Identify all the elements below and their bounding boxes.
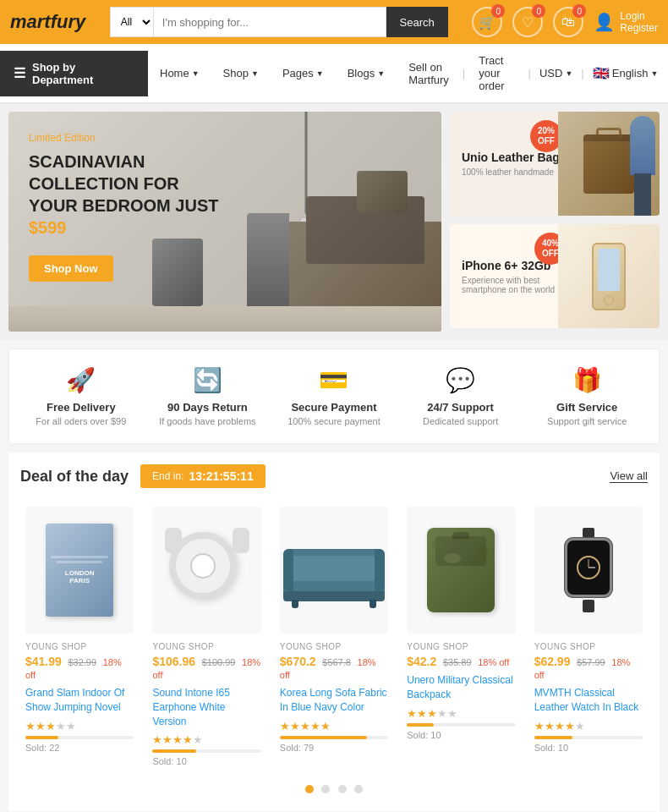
sold-bar xyxy=(534,736,572,739)
return-icon: 🔄 xyxy=(145,366,271,394)
side-banner-bags-text: Unio Leather Bags 100% leather handmade xyxy=(462,151,567,177)
product-image: LONDONPARIS xyxy=(25,507,134,634)
phone-image xyxy=(558,224,660,328)
product-prices: $670.2 $567.8 18% off xyxy=(280,655,388,681)
sold-bar-container xyxy=(280,736,388,739)
product-shop-label: YOUNG SHOP xyxy=(25,642,134,651)
carousel-dot-1[interactable] xyxy=(305,785,314,793)
product-old-price: $100.99 xyxy=(202,657,236,667)
carousel-dots xyxy=(20,783,648,799)
product-old-price: $567.8 xyxy=(322,657,351,667)
compare-icon-group[interactable]: 🛍0 xyxy=(553,7,583,37)
nav-sell[interactable]: Sell on Martfury xyxy=(397,51,461,96)
product-prices: $42.2 $35.89 18% off xyxy=(407,655,515,668)
product-shop-label: YOUNG SHOP xyxy=(280,642,388,651)
search-button[interactable]: Search xyxy=(386,7,448,37)
sold-bar xyxy=(407,723,434,727)
search-category-select[interactable]: All xyxy=(110,7,153,37)
sold-bar-container xyxy=(25,736,134,739)
chevron-down-icon: ▼ xyxy=(316,69,324,78)
product-name[interactable]: MVMTH Classical Leather Watch In Black xyxy=(534,686,643,715)
product-card: YOUNG SHOP $62.99 $57.99 18% off MVMTH C… xyxy=(529,502,648,771)
product-prices: $62.99 $57.99 18% off xyxy=(534,655,643,681)
feature-title: 90 Days Return xyxy=(145,401,271,414)
product-old-price: $57.99 xyxy=(577,657,605,667)
chevron-down-icon: ▼ xyxy=(377,69,385,78)
product-price: $41.99 xyxy=(25,655,62,668)
product-shop-label: YOUNG SHOP xyxy=(534,642,643,651)
nav-home[interactable]: Home ▼ xyxy=(148,57,211,90)
sold-count: Sold: 10 xyxy=(534,743,643,753)
product-shop-label: YOUNG SHOP xyxy=(407,642,515,651)
feature-support: 💬 24/7 Support Dedicated support xyxy=(397,366,524,426)
product-stars: ★★★★★ xyxy=(534,720,643,732)
carousel-dot-4[interactable] xyxy=(354,785,363,793)
feature-title: Free Delivery xyxy=(18,401,145,414)
view-all-link[interactable]: View all xyxy=(610,469,648,483)
nav-links: Home ▼ Shop ▼ Pages ▼ Blogs ▼ Sell on Ma… xyxy=(148,44,517,102)
nav-blogs[interactable]: Blogs ▼ xyxy=(336,57,397,90)
sold-count: Sold: 10 xyxy=(152,756,260,766)
carousel-dot-3[interactable] xyxy=(338,785,347,793)
product-old-price: $32.99 xyxy=(68,657,96,667)
user-icon: 👤 xyxy=(594,12,615,32)
product-price: $62.99 xyxy=(534,655,571,668)
sold-count: Sold: 10 xyxy=(407,730,515,740)
product-stars: ★★★★★ xyxy=(25,720,134,732)
banner-row: Limited Edition SCADINAVIAN COLLECTION F… xyxy=(8,112,660,332)
banner-price: $599 xyxy=(29,218,67,237)
feature-desc: Support gift service xyxy=(523,416,650,426)
product-card: YOUNG SHOP $670.2 $567.8 18% off Korea L… xyxy=(275,502,393,771)
cart-icon[interactable]: 🛒0 xyxy=(472,7,502,37)
countdown-box: End in: 13:21:55:11 xyxy=(140,464,266,488)
product-stars: ★★★★★ xyxy=(152,733,260,746)
end-in-label: End in: xyxy=(152,470,183,482)
hamburger-icon: ☰ xyxy=(14,65,25,81)
feature-desc: Dedicated support xyxy=(397,416,524,426)
nav-pages[interactable]: Pages ▼ xyxy=(271,57,336,90)
product-card: LONDONPARIS YOUNG SHOP $41.99 $32.99 18%… xyxy=(20,502,139,771)
flag-icon: 🇬🇧 xyxy=(593,65,610,81)
wishlist-badge: 0 xyxy=(532,4,545,18)
main-banner-content: Limited Edition SCADINAVIAN COLLECTION F… xyxy=(29,132,223,282)
banner-title: SCADINAVIAN COLLECTION FOR YOUR BEDROOM … xyxy=(29,151,223,239)
compare-icon[interactable]: 🛍0 xyxy=(553,7,583,37)
product-name[interactable]: Sound Intone I65 Earphone White Version xyxy=(152,686,260,728)
language-selector[interactable]: 🇬🇧 English ▼ xyxy=(593,65,659,81)
countdown-timer: 13:21:55:11 xyxy=(189,469,253,483)
product-discount: 18% off xyxy=(478,657,509,667)
product-name[interactable]: Korea Long Sofa Fabric In Blue Navy Colo… xyxy=(280,686,388,715)
deals-title: Deal of the day xyxy=(20,468,129,486)
product-price: $42.2 xyxy=(407,655,436,668)
sold-count: Sold: 22 xyxy=(25,743,134,753)
feature-gift: 🎁 Gift Service Support gift service xyxy=(523,366,650,426)
product-name[interactable]: Unero Military Classical Backpack xyxy=(407,673,515,702)
product-stars: ★★★★★ xyxy=(407,707,515,720)
product-image xyxy=(280,507,388,634)
floor-decoration xyxy=(8,306,441,332)
nav-shop[interactable]: Shop ▼ xyxy=(211,57,271,90)
carousel-dot-2[interactable] xyxy=(321,785,330,793)
currency-selector[interactable]: USD ▼ xyxy=(539,67,572,80)
product-old-price: $35.89 xyxy=(443,657,472,667)
limited-edition-badge: Limited Edition xyxy=(29,132,223,144)
heart-icon[interactable]: ♡0 xyxy=(512,7,543,37)
product-name[interactable]: Grand Slam Indoor Of Show Jumping Novel xyxy=(25,686,134,715)
login-link[interactable]: Login xyxy=(620,10,658,22)
main-nav: ☰ Shop by Department Home ▼ Shop ▼ Pages… xyxy=(0,44,668,103)
shop-now-button[interactable]: Shop Now xyxy=(29,255,113,282)
product-prices: $106.96 $100.99 18% off xyxy=(152,655,260,681)
feature-payment: 💳 Secure Payment 100% secure payment xyxy=(271,366,397,426)
logo[interactable]: martfury xyxy=(10,11,85,33)
shop-by-department[interactable]: ☰ Shop by Department xyxy=(0,51,148,96)
register-link[interactable]: Register xyxy=(620,22,658,34)
header: martfury All Search 🛒0 ♡0 🛍0 👤 Login xyxy=(0,0,668,44)
nav-track[interactable]: Tract your order xyxy=(467,44,516,102)
product-card: YOUNG SHOP $106.96 $100.99 18% off Sound… xyxy=(147,502,266,771)
cart-icon-group[interactable]: 🛒0 xyxy=(472,7,502,37)
header-icons: 🛒0 ♡0 🛍0 👤 Login Register xyxy=(472,7,658,37)
wishlist-icon-group[interactable]: ♡0 xyxy=(512,7,543,37)
user-section[interactable]: 👤 Login Register xyxy=(594,10,658,34)
deals-section: Deal of the day End in: 13:21:55:11 View… xyxy=(8,453,660,811)
search-input[interactable] xyxy=(153,7,386,37)
